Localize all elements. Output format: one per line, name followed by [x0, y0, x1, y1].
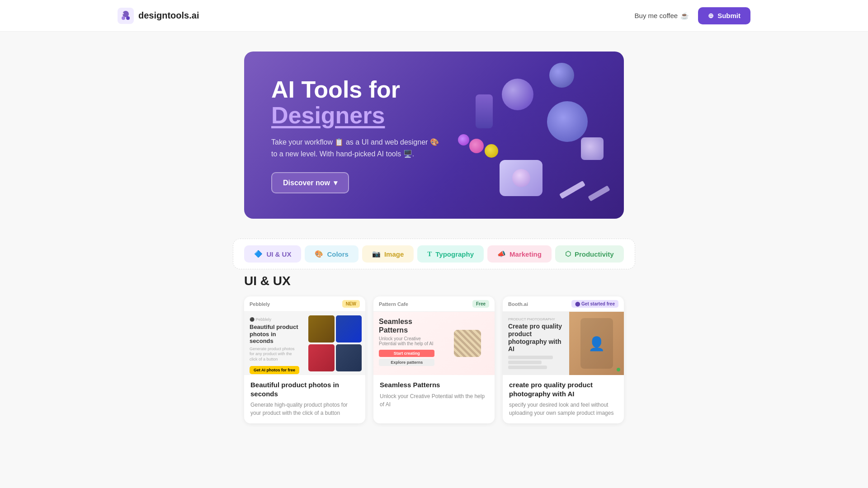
card-title-3: create pro quality product photography w…: [509, 380, 618, 398]
hero-banner: AI Tools for Designers Take your workflo…: [244, 52, 624, 219]
svg-point-4: [122, 13, 124, 14]
card-desc-2: Unlock your Creative Potential with the …: [380, 392, 488, 408]
peb-photo-2: [336, 315, 362, 343]
chevron-down-icon: ▾: [334, 178, 337, 187]
card-desc-1: Generate high-quality product photos for…: [250, 401, 359, 417]
marketing-label: Marketing: [509, 250, 542, 258]
filters-section: 🔷 UI & UX 🎨 Colors 📷 Image T Typography …: [0, 239, 868, 269]
image-label: Image: [384, 250, 404, 258]
peb-photo-4: [336, 344, 362, 371]
svg-point-2: [122, 16, 125, 20]
card-preview-2: Seamless Patterns Unlock your Creative P…: [373, 312, 495, 375]
discover-label: Discover now: [283, 179, 330, 187]
booth-field-1: [508, 356, 553, 359]
image-icon: 📷: [372, 250, 381, 258]
ui-ux-icon: 🔷: [254, 250, 263, 258]
pattern-sub-text: Unlock your Creative Potential with the …: [379, 336, 434, 346]
card-tag-3: ⬤ Get started free: [571, 300, 618, 308]
filter-productivity[interactable]: ⬡ Productivity: [555, 245, 624, 263]
booth-fields: [508, 356, 564, 369]
booth-big-title: Create pro quality product photography w…: [508, 323, 564, 353]
filter-image[interactable]: 📷 Image: [362, 245, 414, 263]
marketing-icon: 📣: [497, 250, 506, 258]
peb-photo-1: [308, 315, 335, 343]
card-brand-3: Booth.ai: [508, 301, 528, 307]
peb-brand-label: ⚫ Pebblely: [250, 317, 299, 322]
peb-desc-text: Generate product photos for any product …: [250, 347, 299, 362]
booth-photo: 👤: [569, 312, 624, 375]
pattern-big-title: Seamless Patterns: [379, 317, 434, 334]
submit-icon: ⊕: [708, 12, 714, 20]
booth-person-silhouette: 👤: [580, 318, 613, 369]
colors-icon: 🎨: [315, 250, 323, 258]
booth-right: 👤: [569, 312, 624, 375]
coffee-icon: ☕: [680, 12, 689, 20]
ui-ux-section: UI & UX Pebblely NEW ⚫ Pebblely Beautifu…: [235, 274, 633, 423]
card-content-3: create pro quality product photography w…: [503, 375, 624, 423]
pattern-btn-explore[interactable]: Explore patterns: [379, 359, 434, 366]
submit-button[interactable]: ⊕ Submit: [698, 7, 750, 24]
card-desc-3: specify your desired look and feel witho…: [509, 401, 618, 417]
productivity-icon: ⬡: [565, 250, 571, 258]
card-brand-2: Pattern Cafe: [379, 301, 408, 307]
svg-point-3: [126, 16, 130, 20]
discover-button[interactable]: Discover now ▾: [271, 172, 349, 193]
booth-brand-label: PRODUCT PHOTOGRAPHY: [508, 317, 564, 321]
hero-title-line2: Designers: [271, 102, 385, 128]
peb-big-title: Beautiful product photos in seconds: [250, 324, 299, 345]
buy-coffee-label: Buy me coffee: [635, 12, 678, 19]
header-right: Buy me coffee ☕ ⊕ Submit: [635, 7, 750, 24]
card-preview-1: ⚫ Pebblely Beautiful product photos in s…: [244, 312, 365, 375]
booth-status-dot: [617, 368, 620, 371]
card-tag-1: NEW: [342, 300, 360, 308]
card-pebblely[interactable]: Pebblely NEW ⚫ Pebblely Beautiful produc…: [244, 296, 365, 423]
card-tag-2: Free: [472, 300, 489, 308]
card-bar-3: Booth.ai ⬤ Get started free: [503, 296, 624, 312]
hero-content: AI Tools for Designers Take your workflo…: [244, 54, 624, 216]
card-content-2: Seamless Patterns Unlock your Creative P…: [373, 375, 495, 415]
filter-typography[interactable]: T Typography: [417, 245, 484, 263]
logo-text: designtools.ai: [138, 10, 199, 21]
colors-label: Colors: [327, 250, 349, 258]
pattern-right: [440, 312, 495, 375]
submit-label: Submit: [717, 12, 741, 19]
card-brand-1: Pebblely: [250, 301, 270, 307]
section-title: UI & UX: [244, 274, 624, 288]
booth-field-2: [508, 361, 542, 364]
card-booth-ai[interactable]: Booth.ai ⬤ Get started free PRODUCT PHOT…: [503, 296, 624, 423]
peb-cta-button[interactable]: Get AI photos for free: [250, 366, 299, 374]
booth-left: PRODUCT PHOTOGRAPHY Create pro quality p…: [503, 312, 569, 375]
logo[interactable]: designtools.ai: [118, 8, 199, 24]
peb-left: ⚫ Pebblely Beautiful product photos in s…: [244, 312, 305, 375]
card-content-1: Beautiful product photos in seconds Gene…: [244, 375, 365, 423]
filter-bar: 🔷 UI & UX 🎨 Colors 📷 Image T Typography …: [233, 239, 635, 269]
logo-icon: [118, 8, 134, 24]
card-bar-2: Pattern Cafe Free: [373, 296, 495, 312]
booth-field-3: [508, 366, 547, 369]
hero-title: AI Tools for Designers: [271, 77, 597, 128]
filter-colors[interactable]: 🎨 Colors: [305, 245, 359, 263]
pattern-buttons: Start creating Explore patterns: [379, 350, 434, 366]
buy-coffee-link[interactable]: Buy me coffee ☕: [635, 12, 689, 20]
typography-label: Typography: [435, 250, 474, 258]
pattern-btn-start[interactable]: Start creating: [379, 350, 434, 357]
card-title-2: Seamless Patterns: [380, 380, 488, 389]
ui-ux-label: UI & UX: [266, 250, 291, 258]
pattern-left: Seamless Patterns Unlock your Creative P…: [373, 312, 440, 375]
main-content: UI & UX Pebblely NEW ⚫ Pebblely Beautifu…: [235, 274, 633, 423]
cards-grid: Pebblely NEW ⚫ Pebblely Beautiful produc…: [244, 296, 624, 423]
filter-ui-ux[interactable]: 🔷 UI & UX: [244, 245, 301, 263]
hero-subtitle: Take your workflow 📋 as a UI and web des…: [271, 136, 597, 160]
peb-photos-grid: [305, 312, 365, 375]
card-pattern-cafe[interactable]: Pattern Cafe Free Seamless Patterns Unlo…: [373, 296, 495, 423]
productivity-label: Productivity: [575, 250, 614, 258]
header: designtools.ai Buy me coffee ☕ ⊕ Submit: [0, 0, 868, 32]
card-bar-1: Pebblely NEW: [244, 296, 365, 312]
typography-icon: T: [427, 250, 432, 258]
filter-marketing[interactable]: 📣 Marketing: [487, 245, 552, 263]
card-title-1: Beautiful product photos in seconds: [250, 380, 359, 398]
person-emoji: 👤: [588, 336, 605, 352]
peb-photo-3: [308, 344, 335, 371]
hero-title-line1: AI Tools for: [271, 76, 400, 103]
pattern-swatch: [454, 330, 481, 357]
